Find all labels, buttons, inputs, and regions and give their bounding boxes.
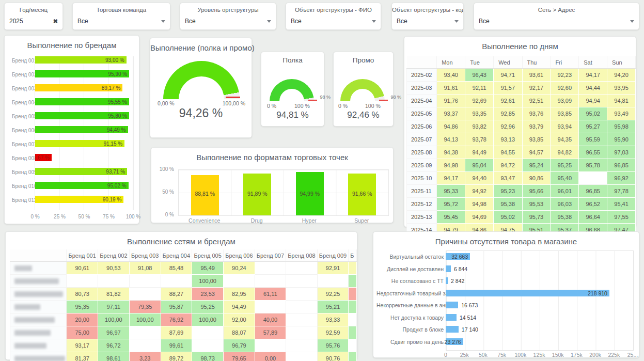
value-cell[interactable]: 95,40 <box>551 172 579 185</box>
value-cell[interactable]: 88,27 <box>161 288 192 301</box>
value-cell[interactable]: 92,51 <box>522 95 551 107</box>
value-cell[interactable]: 93,33 <box>317 313 349 326</box>
value-cell[interactable]: 92,69 <box>465 95 494 107</box>
clear-icon[interactable] <box>53 18 58 25</box>
value-cell[interactable]: 91,61 <box>437 82 465 95</box>
value-cell[interactable]: 96,79 <box>224 339 255 352</box>
value-cell[interactable] <box>579 172 607 185</box>
value-cell-partial[interactable] <box>349 301 357 313</box>
value-cell[interactable]: 94,17 <box>579 69 607 82</box>
value-cell[interactable] <box>255 301 286 313</box>
value-cell[interactable]: 95,78 <box>579 159 607 172</box>
brand-bar[interactable]: 95,55 % <box>35 98 129 105</box>
value-cell[interactable]: 93,61 <box>522 69 551 82</box>
value-cell[interactable]: 93,35 <box>465 107 494 120</box>
value-cell[interactable]: 92,00 <box>224 313 255 326</box>
value-cell[interactable]: 95,45 <box>437 211 465 224</box>
value-cell-partial[interactable] <box>349 352 357 361</box>
value-cell[interactable]: 96,03 <box>551 198 579 211</box>
chevron-down-icon[interactable] <box>161 20 165 23</box>
value-cell[interactable] <box>224 275 255 288</box>
value-cell[interactable]: 81,82 <box>98 288 129 301</box>
value-cell[interactable]: 92,23 <box>551 69 579 82</box>
value-cell[interactable] <box>129 275 161 288</box>
value-cell[interactable]: 93,49 <box>607 107 636 120</box>
value-cell[interactable]: 57,89 <box>255 326 286 339</box>
value-cell[interactable]: 90,86 <box>522 172 551 185</box>
value-cell[interactable]: 96,85 <box>579 185 607 198</box>
value-cell[interactable] <box>129 288 161 301</box>
value-cell[interactable]: 95,04 <box>465 159 494 172</box>
value-cell[interactable] <box>286 313 318 326</box>
value-cell[interactable]: 95,02 <box>494 211 522 224</box>
value-cell[interactable]: 93,37 <box>437 107 465 120</box>
value-cell[interactable]: 92,60 <box>551 82 579 95</box>
value-cell[interactable]: 92,17 <box>522 82 551 95</box>
value-cell[interactable]: 85,48 <box>161 262 192 275</box>
value-cell[interactable]: 20,00 <box>67 313 98 326</box>
value-cell[interactable]: 95,38 <box>551 211 579 224</box>
value-cell[interactable] <box>317 275 349 288</box>
value-cell[interactable]: 93,76 <box>522 107 551 120</box>
reason-bar[interactable] <box>446 302 458 308</box>
value-cell[interactable] <box>129 339 161 352</box>
brand-bar[interactable]: 91,15 % <box>35 140 124 147</box>
value-cell[interactable]: 94,72 <box>494 159 522 172</box>
value-cell[interactable]: 92,25 <box>317 288 349 301</box>
value-cell[interactable] <box>286 288 318 301</box>
value-cell[interactable]: 94,82 <box>551 146 579 159</box>
value-cell[interactable]: 82,95 <box>224 288 255 301</box>
reason-bar[interactable] <box>446 290 609 296</box>
reason-bar[interactable] <box>446 265 451 272</box>
value-cell[interactable]: 79,65 <box>224 352 255 361</box>
value-cell[interactable]: 90,76 <box>317 352 349 361</box>
value-cell[interactable]: 95,53 <box>522 198 551 211</box>
value-cell[interactable] <box>192 339 224 352</box>
filter-value-row[interactable]: Все <box>73 18 170 25</box>
value-cell[interactable]: 93,94 <box>551 120 579 133</box>
value-cell[interactable]: 90,61 <box>67 262 98 275</box>
value-cell[interactable]: 92,91 <box>317 262 349 275</box>
value-cell[interactable]: 93,79 <box>522 120 551 133</box>
value-cell[interactable]: 94,57 <box>522 146 551 159</box>
brand-bar[interactable]: 16,67 % <box>35 154 52 161</box>
value-cell[interactable]: 94,38 <box>437 146 465 159</box>
value-cell[interactable]: 93,40 <box>437 69 465 82</box>
value-cell[interactable]: 94,69 <box>465 211 494 224</box>
value-cell[interactable]: 94,94 <box>579 95 607 107</box>
value-cell[interactable]: 61,11 <box>255 288 286 301</box>
value-cell[interactable]: 94,98 <box>465 198 494 211</box>
value-cell[interactable]: 93,17 <box>67 339 98 352</box>
brand-bar[interactable]: 94,49 % <box>35 126 128 133</box>
value-cell[interactable] <box>161 275 192 288</box>
value-cell[interactable]: 96,01 <box>551 185 579 198</box>
value-cell[interactable]: 95,23 <box>494 185 522 198</box>
value-cell[interactable]: 93,85 <box>522 133 551 146</box>
value-cell[interactable]: 96,72 <box>98 339 129 352</box>
brand-bar[interactable]: 93,00 % <box>35 56 127 64</box>
value-cell[interactable]: 96,55 <box>579 146 607 159</box>
value-cell[interactable] <box>286 275 318 288</box>
value-cell[interactable]: 94,49 <box>465 146 494 159</box>
value-cell[interactable] <box>192 326 224 339</box>
value-cell[interactable]: 95,25 <box>551 159 579 172</box>
value-cell[interactable]: 93,82 <box>465 120 494 133</box>
value-cell[interactable]: 93,09 <box>551 95 579 107</box>
value-cell[interactable]: 94,44 <box>579 82 607 95</box>
value-cell[interactable]: 95,59 <box>579 133 607 146</box>
value-cell[interactable]: 90,24 <box>224 262 255 275</box>
value-cell[interactable]: 95,41 <box>607 198 636 211</box>
filter-value-row[interactable]: Все <box>286 18 381 25</box>
value-cell[interactable]: 95,38 <box>494 198 522 211</box>
value-cell[interactable]: 94,81 <box>607 95 636 107</box>
value-cell[interactable] <box>98 275 129 288</box>
reason-bar[interactable] <box>446 326 459 333</box>
value-cell[interactable]: 96,64 <box>579 211 607 224</box>
value-cell[interactable]: 96,43 <box>465 69 494 82</box>
value-cell[interactable]: 91,76 <box>437 95 465 107</box>
value-cell[interactable]: 81,37 <box>67 352 98 361</box>
value-cell[interactable]: 95,24 <box>522 159 551 172</box>
value-cell[interactable]: 100,00 <box>192 313 224 326</box>
value-cell[interactable]: 100,00 <box>129 313 161 326</box>
value-cell[interactable]: 92,59 <box>317 326 349 339</box>
